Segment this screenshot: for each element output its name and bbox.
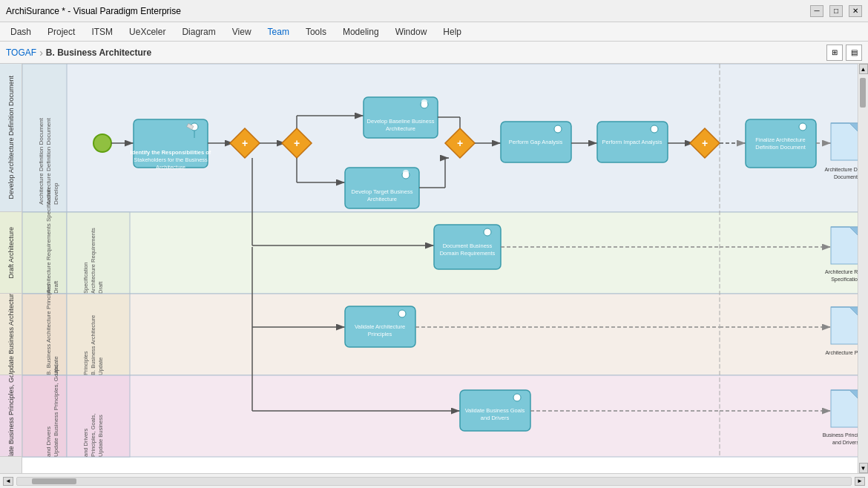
- svg-text:Definition Document: Definition Document: [755, 144, 806, 151]
- svg-point-59: [799, 123, 806, 131]
- svg-point-49: [554, 125, 562, 133]
- svg-text:and Drivers: and Drivers: [481, 415, 510, 421]
- svg-text:Principles: Principles: [82, 351, 89, 375]
- grid-icon[interactable]: ⊞: [826, 44, 843, 61]
- svg-rect-79: [831, 227, 858, 264]
- svg-rect-13: [22, 375, 858, 457]
- svg-rect-95: [831, 307, 858, 344]
- menu-dash[interactable]: Dash: [3, 24, 39, 39]
- svg-text:Architecture Definition Docume: Architecture Definition Document: [38, 117, 45, 205]
- breadcrumb-tools: ⊞ ▤: [826, 44, 862, 61]
- task-impact-analysis[interactable]: Perform Impact Analysis: [597, 122, 668, 162]
- svg-rect-1: [22, 64, 67, 212]
- main-area: Develop Architecture Definition Document…: [0, 64, 868, 473]
- task-validate-biz[interactable]: Validate Business Goals and Drivers: [460, 390, 530, 431]
- svg-text:Identify the Responsibilities : Identify the Responsibilities of: [131, 149, 211, 156]
- svg-text:+: +: [242, 137, 248, 149]
- diagram-svg: Develop Architecture Definition Document…: [22, 64, 858, 464]
- scroll-track-horizontal[interactable]: [16, 477, 852, 486]
- svg-point-105: [513, 394, 521, 401]
- svg-text:Update Business Principles, Go: Update Business Principles, Goals,: [53, 364, 59, 457]
- svg-text:and Drivers: and Drivers: [45, 426, 52, 457]
- start-event[interactable]: [93, 134, 111, 152]
- menu-project[interactable]: Project: [40, 24, 82, 39]
- svg-text:Domain Requirements: Domain Requirements: [440, 250, 496, 257]
- lane-labels: Develop Architecture Definition Document…: [0, 64, 22, 473]
- bottom-bar: ◄ ►: [0, 473, 868, 488]
- lane-label-3-text: Update Business Architecture: [6, 294, 16, 375]
- menu-uexceler[interactable]: UeXceler: [122, 24, 173, 39]
- svg-text:Validate Architecture: Validate Architecture: [355, 323, 405, 330]
- svg-text:Update Business: Update Business: [97, 415, 104, 457]
- scroll-up-button[interactable]: ▲: [859, 64, 868, 74]
- svg-text:Perform Impact Analysis: Perform Impact Analysis: [602, 139, 662, 145]
- scroll-down-button[interactable]: ▼: [859, 463, 868, 473]
- scroll-thumb-horizontal[interactable]: [32, 478, 76, 484]
- menu-diagram[interactable]: Diagram: [174, 24, 223, 39]
- lane-label-2-text: Draft Architecture: [6, 224, 16, 282]
- svg-text:Business Principles,: Business Principles,: [823, 432, 858, 438]
- minimize-button[interactable]: ─: [810, 5, 823, 17]
- window-controls: ─ □ ✕: [810, 5, 862, 17]
- svg-point-90: [398, 310, 406, 317]
- menu-modeling[interactable]: Modeling: [335, 24, 387, 39]
- svg-text:+: +: [457, 137, 463, 149]
- svg-text:Architecture Requ: Architecture Requ: [825, 269, 858, 275]
- lane-label-2: Draft Architecture: [0, 212, 22, 294]
- scroll-thumb-vertical[interactable]: [860, 78, 866, 108]
- svg-rect-63: [831, 123, 858, 160]
- svg-rect-67: [67, 212, 130, 294]
- svg-text:Architecture Requirements Spec: Architecture Requirements Specification: [45, 188, 52, 294]
- svg-text:Update: Update: [97, 357, 104, 375]
- menu-window[interactable]: Window: [388, 24, 435, 39]
- svg-text:Architecture Defini: Architecture Defini: [824, 167, 858, 172]
- breadcrumb-bar: TOGAF › B. Business Architecture ⊞ ▤: [0, 42, 868, 64]
- svg-text:Draft: Draft: [53, 280, 59, 294]
- svg-rect-9: [22, 294, 858, 375]
- task-gap-analysis[interactable]: Perform Gap Analysis: [501, 122, 571, 162]
- svg-rect-10: [22, 294, 67, 375]
- task-validate-arch[interactable]: Validate Architecture Principles: [345, 306, 415, 347]
- menu-itsm[interactable]: ITSM: [84, 24, 120, 39]
- svg-text:Architecture Princ: Architecture Princ: [825, 350, 858, 355]
- scroll-right-button[interactable]: ►: [855, 477, 865, 486]
- scroll-track-vertical[interactable]: [859, 74, 868, 463]
- canvas-area[interactable]: Develop Architecture Definition Document…: [22, 64, 858, 473]
- svg-text:B. Business Architecture Princ: B. Business Architecture Principles: [45, 283, 52, 375]
- lane-label-3: Update Business Architecture: [0, 294, 22, 375]
- close-button[interactable]: ✕: [849, 5, 862, 17]
- svg-point-118: [403, 170, 409, 176]
- task-doc-domain[interactable]: Document Business Domain Requirements: [434, 225, 501, 269]
- svg-text:Specification: Specification: [82, 262, 89, 294]
- app-title: ArchiSurance * - Visual Paradigm Enterpr…: [6, 6, 181, 16]
- menu-help[interactable]: Help: [435, 24, 469, 39]
- task-identify[interactable]: Identify the Responsibilities of Stakeho…: [131, 119, 211, 171]
- svg-text:+: +: [294, 137, 300, 149]
- svg-text:+: +: [702, 137, 708, 149]
- panel-icon[interactable]: ▤: [846, 44, 862, 61]
- svg-text:Validate Business Goals: Validate Business Goals: [465, 407, 525, 414]
- breadcrumb-root[interactable]: TOGAF: [6, 47, 36, 58]
- maximize-button[interactable]: □: [829, 5, 843, 17]
- task-finalize[interactable]: Finalize Architecture Definition Documen…: [746, 119, 816, 168]
- svg-rect-6: [22, 212, 67, 294]
- svg-text:and Drivers: and Drivers: [82, 428, 89, 457]
- svg-point-53: [651, 125, 658, 133]
- right-scrollbar[interactable]: ▲ ▼: [858, 64, 868, 473]
- menu-view[interactable]: View: [225, 24, 259, 39]
- svg-text:Develop Baseline Business: Develop Baseline Business: [367, 118, 435, 125]
- breadcrumb: TOGAF › B. Business Architecture: [6, 47, 151, 59]
- lane-label-4-text: Update Business Principles, Goals,: [6, 375, 16, 457]
- menu-tools[interactable]: Tools: [298, 24, 334, 39]
- lane-label-1-text: Develop Architecture Definition Document: [6, 73, 16, 202]
- breadcrumb-separator: ›: [39, 47, 43, 59]
- scroll-left-button[interactable]: ◄: [3, 477, 13, 486]
- svg-text:and Drivers: and Drivers: [832, 440, 858, 445]
- svg-text:Develop: Develop: [53, 182, 59, 205]
- svg-text:Architecture: Architecture: [386, 125, 415, 132]
- svg-text:Document: Document: [834, 174, 858, 179]
- menu-team[interactable]: Team: [260, 24, 297, 39]
- svg-text:Stakeholders for the Business: Stakeholders for the Business: [134, 156, 208, 163]
- breadcrumb-current: B. Business Architecture: [46, 47, 151, 58]
- svg-text:Architecture Requirements: Architecture Requirements: [90, 228, 96, 294]
